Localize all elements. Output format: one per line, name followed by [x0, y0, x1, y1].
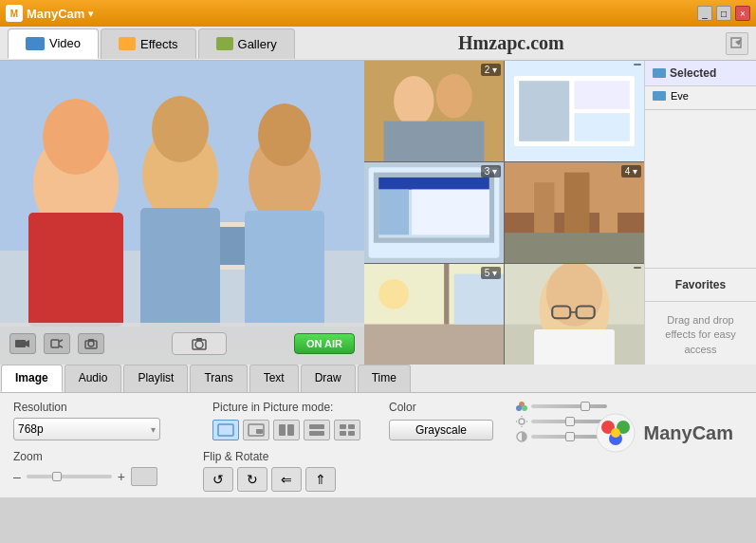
record-button[interactable]	[44, 333, 70, 354]
thumbnail-1[interactable]: 2 ▾	[364, 61, 504, 161]
pip-single-icon	[217, 423, 234, 437]
photo-icon	[192, 337, 207, 350]
svg-rect-62	[218, 424, 233, 436]
take-photo-button[interactable]	[172, 332, 227, 356]
rotate-left-button[interactable]: ⇐	[271, 467, 302, 492]
on-air-button[interactable]: ON AIR	[294, 333, 355, 354]
thumbnail-2[interactable]	[505, 61, 644, 161]
svg-rect-61	[534, 329, 615, 365]
tab-trans[interactable]: Trans	[190, 365, 247, 392]
svg-rect-39	[378, 190, 409, 235]
tab-effects[interactable]: Effects	[101, 28, 196, 59]
snapshot-icon	[84, 338, 98, 349]
tab-playlist[interactable]: Playlist	[123, 365, 188, 392]
camera-icon	[15, 338, 30, 349]
nav-title: Hmzapc.com	[297, 32, 726, 54]
zoom-group: Zoom – +	[13, 450, 194, 486]
flip-label: Flip & Rotate	[203, 450, 393, 463]
tab-image[interactable]: Image	[1, 365, 63, 392]
selected-item-eve[interactable]: Eve	[645, 86, 756, 105]
pip-split-icon	[278, 423, 295, 437]
app-name: ManyCam	[27, 7, 84, 21]
svg-rect-71	[340, 431, 346, 436]
thumbnail-6[interactable]	[505, 264, 644, 365]
color-thumb-1[interactable]	[581, 402, 590, 411]
eve-icon	[653, 91, 666, 101]
maximize-button[interactable]: □	[716, 6, 731, 21]
right-panel: Selected Eve Favorites Drag and drop eff…	[644, 61, 756, 365]
camera-toggle-button[interactable]	[9, 333, 36, 354]
thumb-1-num: 2 ▾	[481, 64, 501, 76]
tab-time[interactable]: Time	[358, 365, 411, 392]
color-track-1	[531, 404, 607, 408]
video-content	[0, 61, 364, 327]
color-thumb-3[interactable]	[565, 432, 575, 441]
controls-row-2: Zoom – + Flip & Rotate ↺ ↻ ⇐ ⇑	[0, 446, 756, 497]
flip-vertical-button[interactable]: ↻	[237, 467, 267, 492]
svg-point-26	[394, 76, 433, 126]
svg-rect-69	[340, 424, 346, 429]
tab-video[interactable]: Video	[8, 28, 99, 59]
color-thumb-2[interactable]	[565, 417, 575, 426]
pip-btn-single[interactable]	[212, 420, 239, 440]
resolution-group: Resolution 768p ▾	[13, 401, 194, 440]
color-dot-1	[516, 401, 527, 412]
external-button[interactable]	[726, 32, 748, 55]
snapshot-button[interactable]	[78, 333, 104, 354]
grayscale-button[interactable]: Grayscale	[389, 420, 493, 440]
svg-rect-68	[309, 431, 324, 436]
zoom-thumb[interactable]	[52, 472, 62, 481]
thumbnail-5[interactable]: 5 ▾	[364, 264, 504, 365]
titlebar-left: M ManyCam ▾	[6, 5, 93, 22]
resolution-select[interactable]: 768p ▾	[13, 418, 160, 440]
svg-rect-7	[28, 213, 123, 327]
selected-section: Selected	[645, 61, 756, 86]
svg-rect-65	[279, 424, 286, 436]
pip-btn-split[interactable]	[273, 420, 300, 440]
thumb-3-num: 3 ▾	[481, 165, 501, 178]
dropdown-arrow-icon[interactable]: ▾	[88, 9, 93, 19]
svg-rect-33	[575, 113, 630, 141]
svg-rect-13	[245, 211, 324, 327]
svg-rect-38	[378, 178, 489, 190]
svg-rect-21	[88, 339, 94, 342]
panel-divider-2	[645, 268, 756, 269]
flip-horizontal-button[interactable]: ↺	[203, 467, 233, 492]
resolution-label: Resolution	[13, 401, 194, 414]
svg-rect-50	[454, 274, 504, 325]
thumb-6-num	[634, 267, 641, 269]
zoom-track	[27, 475, 112, 478]
svg-rect-24	[196, 338, 202, 341]
panel-divider-3	[645, 301, 756, 302]
tab-text[interactable]: Text	[249, 365, 299, 392]
pip-group: Picture in Picture mode:	[212, 401, 360, 440]
rotate-right-button[interactable]: ⇑	[305, 467, 336, 492]
selected-icon	[653, 68, 666, 78]
manycam-logo-svg	[595, 412, 636, 454]
thumb-2-image	[505, 61, 644, 161]
pip-buttons	[212, 420, 360, 440]
svg-point-75	[522, 405, 527, 411]
tab-audio[interactable]: Audio	[65, 365, 122, 392]
close-button[interactable]: ×	[735, 6, 750, 21]
svg-point-27	[436, 74, 472, 119]
pip-btn-pip[interactable]	[243, 420, 269, 440]
tab-gallery[interactable]: Gallery	[198, 28, 295, 59]
zoom-minus-icon: –	[13, 469, 21, 484]
svg-rect-67	[309, 424, 324, 429]
thumb-6-image	[505, 264, 644, 365]
tab-draw[interactable]: Draw	[301, 365, 356, 392]
thumbnail-4[interactable]: 4 ▾	[505, 162, 644, 263]
svg-rect-20	[85, 341, 97, 348]
tab-effects-label: Effects	[140, 37, 178, 51]
manycam-brand: ManyCam	[595, 412, 733, 454]
manycam-brand-text: ManyCam	[644, 422, 733, 444]
svg-point-6	[43, 99, 109, 175]
svg-rect-70	[348, 424, 355, 429]
pip-btn-quad[interactable]	[334, 420, 360, 440]
minimize-button[interactable]: _	[697, 6, 712, 21]
pip-btn-vertical[interactable]	[304, 420, 330, 440]
svg-point-51	[378, 279, 409, 309]
svg-rect-72	[348, 431, 355, 436]
thumbnail-3[interactable]: 3 ▾	[364, 162, 504, 263]
